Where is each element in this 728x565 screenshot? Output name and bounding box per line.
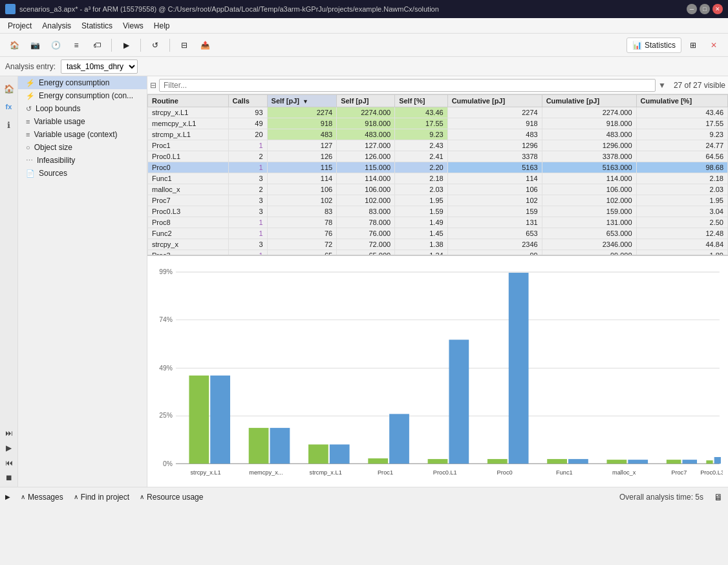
cell-cum-pj1: 2346: [447, 239, 542, 250]
nav-energy-label: Energy consumption: [39, 78, 142, 87]
col-cum-pj2[interactable]: Cumulative [pJ]: [542, 95, 636, 107]
cell-routine: malloc_x: [148, 184, 229, 195]
fx-sidebar-icon[interactable]: fx: [2, 100, 16, 114]
refresh-button[interactable]: ↺: [146, 36, 164, 54]
nav-item-infeasibility[interactable]: ⋯ Infeasibility: [18, 154, 147, 167]
home-sidebar-icon[interactable]: 🏠: [2, 81, 16, 96]
table-row[interactable]: strcpy_x.L1 93 2274 2274.000 43.46 2274 …: [148, 107, 728, 118]
statistics-button[interactable]: 📊 Statistics: [626, 37, 681, 53]
nav-item-object-size[interactable]: ○ Object size: [18, 141, 147, 154]
nav-item-variable-usage[interactable]: ≡ Variable usage: [18, 115, 147, 128]
col-calls[interactable]: Calls: [228, 95, 267, 107]
stop-button[interactable]: ⏹: [3, 471, 16, 484]
filter-dropdown-icon[interactable]: ▼: [658, 81, 666, 90]
bar-proc0l1-cum: [449, 339, 469, 464]
menu-analysis[interactable]: Analysis: [37, 20, 76, 32]
export-button[interactable]: 📤: [196, 36, 214, 54]
data-table: Routine Calls Self [pJ] ▼ Self [pJ] Self…: [147, 94, 728, 256]
col-self-pj2[interactable]: Self [pJ]: [337, 95, 395, 107]
cell-self-pj2: 126.000: [337, 151, 395, 162]
cell-self-pj2: 483.000: [337, 129, 395, 140]
cell-self-pct: 2.43: [395, 140, 448, 151]
maximize-button[interactable]: □: [700, 4, 710, 14]
table-row[interactable]: Proc0 1 115 115.000 2.20 5163 5163.000 9…: [148, 162, 728, 173]
close-button[interactable]: ✕: [712, 4, 723, 14]
variable-context-icon: ≡: [26, 131, 30, 138]
table-row[interactable]: Proc7 3 102 102.000 1.95 102 102.000 1.9…: [148, 195, 728, 206]
cell-calls: 1: [228, 217, 267, 228]
expand-icon[interactable]: ▶: [5, 493, 10, 500]
cell-self-pj1: 127: [267, 140, 337, 151]
data-table-container[interactable]: Routine Calls Self [pJ] ▼ Self [pJ] Self…: [147, 94, 728, 256]
col-cum-pj1[interactable]: Cumulative [pJ]: [447, 95, 542, 107]
table-row[interactable]: malloc_x 2 106 106.000 2.03 106 106.000 …: [148, 184, 728, 195]
find-item[interactable]: ∧ Find in project: [74, 493, 129, 502]
cell-routine: Func1: [148, 173, 229, 184]
nav-item-energy-context[interactable]: ⚡ Energy consumption (con...: [18, 89, 147, 102]
col-routine[interactable]: Routine: [148, 95, 229, 107]
menu-views[interactable]: Views: [118, 20, 149, 32]
chart-icon: 📊: [632, 41, 642, 50]
filter-button[interactable]: ⊟: [175, 36, 193, 54]
clock-button[interactable]: 🕐: [47, 36, 65, 54]
table-row[interactable]: Proc3 1 65 65.000 1.24 99 99.000 1.89: [148, 250, 728, 257]
messages-item[interactable]: ∧ Messages: [21, 493, 63, 502]
analysis-entry-select[interactable]: task_10ms_dhry: [61, 59, 138, 74]
menu-project[interactable]: Project: [3, 20, 37, 32]
cell-cum-pj2: 5163.000: [542, 162, 636, 173]
cell-cum-pj1: 2274: [447, 107, 542, 118]
close-panel-button[interactable]: ✕: [705, 36, 723, 54]
bar-malloc-cum: [628, 460, 648, 464]
main-content: ⊟ ▼ 27 of 27 visible Routine Calls Self …: [147, 76, 728, 487]
nav-item-loop-bounds[interactable]: ↺ Loop bounds: [18, 102, 147, 115]
play-control-button[interactable]: ▶: [3, 442, 16, 454]
fast-forward-button[interactable]: ⏭: [3, 427, 16, 440]
table-row[interactable]: Proc0.L1 2 126 126.000 2.41 3378 3378.00…: [148, 151, 728, 162]
nav-item-energy[interactable]: ⚡ Energy consumption: [18, 76, 147, 89]
cell-self-pct: 2.20: [395, 162, 448, 173]
home-button[interactable]: 🏠: [5, 36, 23, 54]
restore-button[interactable]: ⊞: [684, 36, 702, 54]
minimize-button[interactable]: ─: [687, 4, 697, 14]
table-row[interactable]: Proc1 1 127 127.000 2.43 1296 1296.000 2…: [148, 140, 728, 151]
list-button[interactable]: ≡: [67, 36, 85, 54]
col-self-pj1[interactable]: Self [pJ] ▼: [267, 95, 337, 107]
table-row[interactable]: strcmp_x.L1 20 483 483.000 9.23 483 483.…: [148, 129, 728, 140]
messages-label: Messages: [28, 493, 63, 502]
play-button[interactable]: ▶: [117, 36, 135, 54]
table-row[interactable]: Proc8 1 78 78.000 1.49 131 131.000 2.50: [148, 217, 728, 228]
cell-self-pj1: 76: [267, 228, 337, 239]
nav-item-sources[interactable]: 📄 Sources: [18, 167, 147, 180]
nav-panel: ⚡ Energy consumption ⚡ Energy consumptio…: [18, 76, 147, 487]
label-proc0l1: Proc0.L1: [433, 469, 457, 476]
menu-statistics[interactable]: Statistics: [76, 20, 118, 32]
table-row[interactable]: Proc0.L3 3 83 83.000 1.59 159 159.000 3.…: [148, 206, 728, 217]
cell-cum-pj2: 114.000: [542, 173, 636, 184]
info-sidebar-icon[interactable]: ℹ: [2, 118, 16, 132]
table-row[interactable]: Func2 1 76 76.000 1.45 653 653.000 12.48: [148, 228, 728, 239]
col-cum-pct[interactable]: Cumulative [%]: [636, 95, 727, 107]
tag-button[interactable]: 🏷: [88, 36, 106, 54]
cell-self-pj2: 83.000: [337, 206, 395, 217]
table-row[interactable]: strcpy_x 3 72 72.000 1.38 2346 2346.000 …: [148, 239, 728, 250]
cell-cum-pct: 2.50: [636, 217, 727, 228]
filter-input[interactable]: [159, 79, 656, 92]
cell-self-pj1: 83: [267, 206, 337, 217]
label-proc1: Proc1: [378, 469, 393, 476]
col-self-pct[interactable]: Self [%]: [395, 95, 448, 107]
table-row[interactable]: memcpy_x.L1 49 918 918.000 17.55 918 918…: [148, 118, 728, 129]
screenshot-button[interactable]: 📷: [26, 36, 44, 54]
nav-item-variable-context[interactable]: ≡ Variable usage (context): [18, 128, 147, 141]
cell-cum-pct: 43.46: [636, 107, 727, 118]
overall-time: Overall analysis time: 5s: [619, 493, 703, 502]
sort-arrow: ▼: [303, 98, 308, 105]
cell-routine: Proc0.L3: [148, 206, 229, 217]
cell-calls: 49: [228, 118, 267, 129]
resource-item[interactable]: ∧ Resource usage: [140, 493, 203, 502]
rewind-button[interactable]: ⏮: [3, 456, 16, 469]
cell-cum-pj1: 653: [447, 228, 542, 239]
cell-calls: 20: [228, 129, 267, 140]
table-row[interactable]: Func1 3 114 114.000 2.18 114 114.000 2.1…: [148, 173, 728, 184]
titlebar: scenarios_a3.apx* - a³ for ARM (15579558…: [0, 0, 728, 18]
menu-help[interactable]: Help: [149, 20, 175, 32]
